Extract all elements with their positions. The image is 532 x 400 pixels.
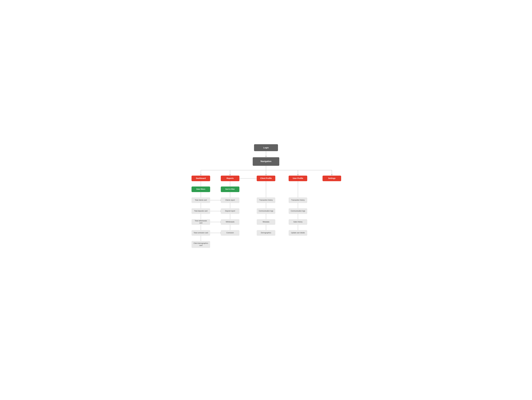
cp-communication-logs-node: Communication logs — [257, 208, 275, 214]
withdrawals-node: Withdrawals — [221, 219, 239, 225]
svg-marker-9 — [265, 174, 267, 176]
dashboard-node: Dashboard — [191, 176, 210, 181]
svg-marker-13 — [331, 174, 333, 176]
svg-marker-1 — [265, 156, 267, 157]
diagram-container: Login Navigation Dashboard Reports Clien… — [186, 140, 346, 260]
up-transaction-history-node: Transaction history — [289, 197, 307, 203]
client-demographics-node: Client demographics card — [191, 241, 210, 248]
up-update-user-node: Update user details — [289, 230, 307, 236]
navigation-node: Navigation — [253, 157, 279, 166]
total-withdrawals-node: Total withdrawals card — [191, 219, 210, 225]
user-profile-node: User Profile — [289, 176, 307, 181]
up-sales-history-node: Sales history — [289, 219, 307, 225]
cp-metadata-node: Metadata — [257, 219, 275, 225]
deposit-report-node: Deposit report — [221, 208, 239, 214]
comission-node: Comission — [221, 230, 239, 236]
reports-node: Reports — [221, 176, 239, 181]
total-clients-node: Total clients card — [191, 197, 210, 203]
svg-marker-7 — [229, 174, 231, 176]
svg-marker-5 — [200, 174, 202, 176]
client-profile-node: Client Profile — [257, 176, 275, 181]
up-communication-logs-node: Communication logs — [289, 208, 307, 214]
login-node: Login — [254, 144, 278, 151]
cp-transaction-history-node: Transaction history — [257, 197, 275, 203]
total-deposits-node: Total deposits card — [191, 208, 210, 214]
total-comission-node: Total comission card — [191, 230, 210, 236]
date-filters-node: Date filters — [191, 187, 210, 192]
settings-node: Settings — [323, 176, 341, 181]
clients-report-node: Clients report — [221, 197, 239, 203]
cp-demographics-node: Demographics — [257, 230, 275, 236]
svg-marker-11 — [297, 174, 298, 176]
sort-filter-node: Sort & filter — [221, 187, 239, 192]
